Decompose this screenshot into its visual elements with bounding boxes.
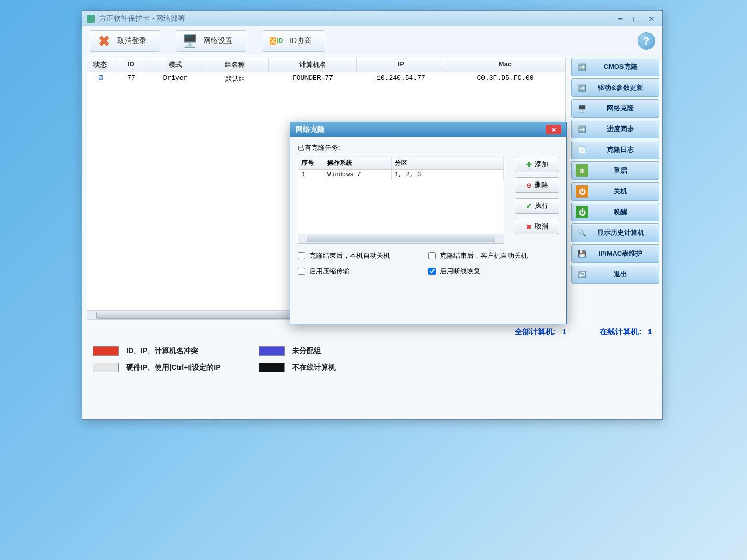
legend-offline: 不在线计算机 [259, 363, 394, 372]
maximize-button[interactable]: ▢ [629, 14, 643, 23]
cell-status: 🖥 [87, 72, 113, 86]
cell-seq: 1 [298, 170, 324, 180]
cell-host: FOUNDER-77 [269, 72, 357, 86]
task-scrollbar[interactable] [298, 234, 504, 243]
monitor-icon: 🖥️ [182, 33, 198, 49]
sidebar-item-ipmac[interactable]: 💾IP/MAC表维护 [571, 244, 659, 263]
th-mac[interactable]: Mac [445, 58, 565, 72]
cell-os: Windows 7 [324, 170, 392, 180]
window-title: 方正软件保护卡 - 网络部署 [99, 14, 185, 23]
sidebar-item-clone-log[interactable]: 📄克隆日志 [571, 141, 659, 159]
chk-compress[interactable]: 启用压缩传输 [298, 267, 428, 276]
online-value: 1 [648, 327, 652, 336]
restart-icon: ✳ [576, 164, 588, 177]
sidebar-item-restart[interactable]: ✳重启 [571, 161, 659, 180]
idneg-label: ID协商 [289, 36, 311, 46]
task-header: 序号 操作系统 分区 [298, 157, 504, 170]
cancel-button[interactable]: ✖取消 [515, 219, 559, 234]
cell-mac: C0.3F.D5.FC.00 [445, 72, 565, 86]
swatch-red [93, 346, 119, 356]
dialog-buttons: ✚添加 ⊖删除 ✔执行 ✖取消 [515, 157, 559, 234]
minus-icon: ⊖ [526, 181, 532, 189]
existing-tasks-label: 已有克隆任务: [298, 143, 559, 152]
sidebar-item-exit[interactable]: ↩️退出 [571, 265, 659, 284]
footer: 全部计算机: 1 在线计算机: 1 ID、IP、计算机名冲突 未分配组 硬件IP… [82, 322, 662, 419]
chk-resume[interactable]: 启用断线恢复 [428, 267, 559, 276]
id-icon: 🔀ID [268, 33, 284, 49]
th-group[interactable]: 组名称 [201, 58, 269, 72]
dialog-close-button[interactable]: ✕ [546, 125, 561, 134]
legend-hardip: 硬件IP、使用|Ctrl+I|设定的IP [93, 363, 248, 372]
th-seq[interactable]: 序号 [298, 157, 324, 169]
task-table: 序号 操作系统 分区 1 Windows 7 1, 2, 3 [298, 157, 504, 244]
cell-ip: 10.240.54.77 [357, 72, 445, 86]
x-icon: ✖ [95, 33, 112, 49]
swatch-blue [259, 346, 285, 356]
th-id[interactable]: ID [113, 58, 149, 72]
total-label: 全部计算机: [515, 327, 556, 336]
sync-icon: ➡️ [576, 123, 588, 135]
total-value: 1 [562, 327, 566, 336]
legend-unassigned: 未分配组 [259, 346, 394, 356]
add-button[interactable]: ✚添加 [515, 157, 559, 172]
th-mode[interactable]: 模式 [149, 58, 201, 72]
exit-icon: ↩️ [576, 268, 588, 281]
sidebar-item-history[interactable]: 🔍显示历史计算机 [571, 223, 659, 242]
network-settings-button[interactable]: 🖥️ 网络设置 [176, 30, 246, 52]
swatch-grey [93, 363, 119, 372]
checkbox[interactable] [298, 252, 305, 259]
netset-label: 网络设置 [203, 36, 232, 46]
checkbox[interactable] [298, 268, 305, 275]
cell-group: 默认组 [201, 72, 269, 86]
legend-conflict: ID、IP、计算机名冲突 [93, 346, 248, 356]
cell-mode: Driver [149, 72, 201, 86]
th-ip[interactable]: IP [357, 58, 445, 72]
logout-label: 取消登录 [117, 36, 146, 46]
sidebar-item-progress-sync[interactable]: ➡️进度同步 [571, 120, 659, 138]
run-button[interactable]: ✔执行 [515, 198, 559, 214]
power-off-icon: ⏻ [576, 185, 588, 198]
swatch-black [259, 363, 285, 372]
th-part[interactable]: 分区 [392, 157, 504, 169]
dialog-titlebar: 网络克隆 ✕ [290, 122, 566, 137]
network-clone-dialog: 网络克隆 ✕ 已有克隆任务: 序号 操作系统 分区 1 [290, 122, 567, 324]
log-icon: 📄 [576, 144, 588, 156]
help-button[interactable]: ? [638, 32, 655, 50]
cell-id: 77 [113, 72, 149, 86]
main-window: 方正软件保护卡 - 网络部署 ━ ▢ ✕ ✖ 取消登录 🖥️ 网络设置 🔀ID … [82, 10, 663, 420]
online-label: 在线计算机: [600, 327, 641, 336]
toolbar: ✖ 取消登录 🖥️ 网络设置 🔀ID ID协商 ? [82, 26, 662, 55]
help-icon: ? [643, 35, 649, 47]
sidebar-item-net-clone[interactable]: 🖥️网络克隆 [571, 99, 659, 118]
checkbox[interactable] [428, 268, 436, 275]
cell-part: 1, 2, 3 [392, 170, 504, 180]
plus-icon: ✚ [526, 161, 532, 169]
chk-auto-off-client[interactable]: 克隆结束后，客户机自动关机 [428, 251, 559, 260]
id-negotiate-button[interactable]: 🔀ID ID协商 [262, 30, 325, 52]
arrow-icon: ➡️ [576, 61, 588, 73]
search-icon: 🔍 [576, 227, 588, 239]
power-on-icon: ⏻ [576, 206, 588, 218]
sidebar-item-cmos-clone[interactable]: ➡️CMOS克隆 [571, 58, 659, 76]
pc-icon: 🖥 [97, 74, 104, 82]
app-icon [87, 15, 95, 23]
logout-button[interactable]: ✖ 取消登录 [90, 30, 160, 52]
th-os[interactable]: 操作系统 [324, 157, 392, 169]
minimize-button[interactable]: ━ [614, 14, 627, 23]
table-row[interactable]: 🖥 77 Driver 默认组 FOUNDER-77 10.240.54.77 … [87, 72, 565, 86]
sidebar-item-driver-update[interactable]: ➡️驱动&参数更新 [571, 78, 659, 97]
sidebar-item-shutdown[interactable]: ⏻关机 [571, 182, 659, 201]
th-status[interactable]: 状态 [87, 58, 113, 72]
arrow-icon: ➡️ [576, 81, 588, 94]
chk-auto-off-self[interactable]: 克隆结束后，本机自动关机 [298, 251, 428, 260]
sidebar: ➡️CMOS克隆 ➡️驱动&参数更新 🖥️网络克隆 ➡️进度同步 📄克隆日志 ✳… [570, 55, 662, 322]
th-host[interactable]: 计算机名 [269, 58, 357, 72]
titlebar: 方正软件保护卡 - 网络部署 ━ ▢ ✕ [82, 11, 662, 26]
delete-button[interactable]: ⊖删除 [515, 177, 559, 193]
x-icon: ✖ [526, 223, 532, 231]
checkbox[interactable] [428, 252, 436, 259]
sidebar-item-wake[interactable]: ⏻唤醒 [571, 203, 659, 221]
close-button[interactable]: ✕ [645, 14, 658, 23]
task-row[interactable]: 1 Windows 7 1, 2, 3 [298, 170, 504, 180]
checkbox-group: 克隆结束后，本机自动关机 克隆结束后，客户机自动关机 启用压缩传输 启用断线恢复 [298, 251, 559, 276]
